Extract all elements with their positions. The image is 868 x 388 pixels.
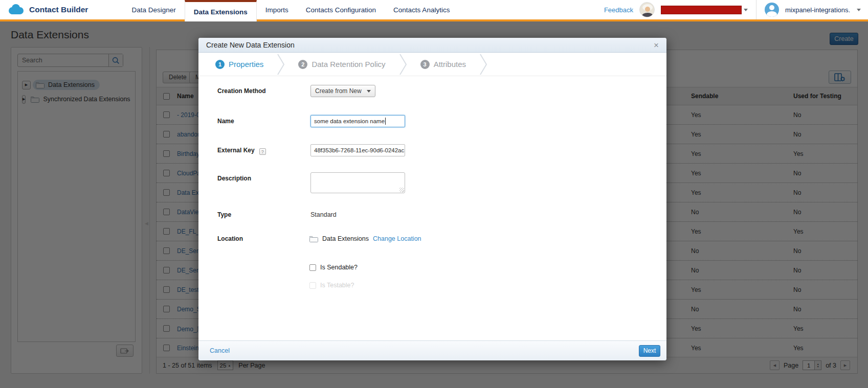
external-key-label: External Key? — [217, 147, 266, 155]
nav-tab-contacts-analytics[interactable]: Contacts Analytics — [385, 0, 458, 21]
cancel-link[interactable]: Cancel — [210, 347, 230, 354]
name-value: some data extension name — [314, 118, 385, 124]
step-label: Properties — [229, 60, 263, 69]
step-label: Attributes — [434, 60, 466, 69]
folder-icon — [309, 236, 318, 242]
creation-method-dropdown[interactable]: Create from New — [310, 85, 375, 97]
location-row: Data Extensions Change Location — [309, 235, 421, 242]
close-icon[interactable]: × — [654, 41, 659, 50]
is-testable-checkbox — [309, 282, 316, 289]
account-name: mixpanel-integrations... — [785, 6, 851, 14]
redacted-account-label — [661, 6, 742, 14]
chevron-separator-icon — [479, 53, 487, 76]
app-title: Contact Builder — [29, 5, 88, 14]
wizard-steps: 1 Properties 2 Data Retention Policy 3 A… — [198, 53, 666, 76]
app-brand: Contact Builder — [0, 0, 96, 21]
text-caret — [385, 118, 386, 125]
external-key-value: 48f353b6-7268-11ec-90d6-0242ac1200 — [314, 147, 405, 153]
nav-tabs: Data Designer Data Extensions Imports Co… — [123, 0, 458, 21]
name-label: Name — [217, 118, 234, 125]
help-icon[interactable]: ? — [259, 148, 266, 155]
step-number: 1 — [215, 60, 225, 69]
step-number: 3 — [420, 60, 430, 69]
user-menu-caret-icon[interactable] — [857, 9, 861, 11]
feedback-link[interactable]: Feedback — [604, 6, 633, 14]
einstein-avatar[interactable] — [639, 2, 655, 17]
type-value: Standard — [310, 211, 337, 218]
top-nav: Contact Builder Data Designer Data Exten… — [0, 0, 868, 21]
account-switcher-dropdown[interactable] — [661, 6, 748, 14]
is-sendable-checkbox[interactable] — [309, 264, 316, 271]
chevron-separator-icon — [399, 53, 407, 76]
creation-method-label: Creation Method — [217, 87, 266, 95]
caret-down-icon — [367, 90, 371, 93]
description-label: Description — [217, 175, 251, 182]
nav-tab-data-designer[interactable]: Data Designer — [123, 0, 184, 21]
type-label: Type — [217, 211, 231, 218]
salesforce-cloud-icon — [7, 4, 25, 16]
caret-down-icon — [744, 9, 748, 11]
nav-tab-imports[interactable]: Imports — [257, 0, 297, 21]
chevron-separator-icon — [277, 53, 285, 76]
nav-divider — [756, 0, 756, 19]
step-attributes[interactable]: 3 Attributes — [420, 60, 466, 69]
creation-method-value: Create from New — [315, 87, 362, 95]
next-button[interactable]: Next — [639, 345, 660, 357]
step-label: Data Retention Policy — [311, 60, 385, 69]
create-data-extension-modal: Create New Data Extension × 1 Properties… — [198, 38, 666, 360]
nav-right-section: Feedback mixpanel-integrations... — [604, 0, 868, 21]
step-number: 2 — [298, 60, 307, 69]
step-properties[interactable]: 1 Properties — [215, 60, 263, 69]
modal-title: Create New Data Extension — [206, 41, 295, 49]
location-value: Data Extensions — [322, 235, 369, 242]
user-avatar[interactable] — [765, 3, 779, 17]
einstein-face — [645, 7, 650, 12]
is-testable-label: Is Testable? — [320, 282, 354, 289]
location-label: Location — [217, 235, 243, 242]
change-location-link[interactable]: Change Location — [373, 235, 421, 242]
name-input[interactable]: some data extension name — [310, 115, 405, 127]
is-sendable-label: Is Sendable? — [320, 264, 358, 271]
nav-tab-data-extensions[interactable]: Data Extensions — [185, 0, 257, 21]
is-testable-row: Is Testable? — [309, 282, 354, 289]
modal-footer: Cancel Next — [198, 340, 666, 360]
step-data-retention-policy[interactable]: 2 Data Retention Policy — [298, 60, 385, 69]
description-textarea[interactable] — [310, 172, 405, 193]
modal-title-bar: Create New Data Extension × — [198, 38, 666, 53]
external-key-input[interactable]: 48f353b6-7268-11ec-90d6-0242ac1200 — [310, 144, 405, 156]
is-sendable-row: Is Sendable? — [309, 264, 358, 271]
nav-tab-contacts-configuration[interactable]: Contacts Configuration — [297, 0, 385, 21]
